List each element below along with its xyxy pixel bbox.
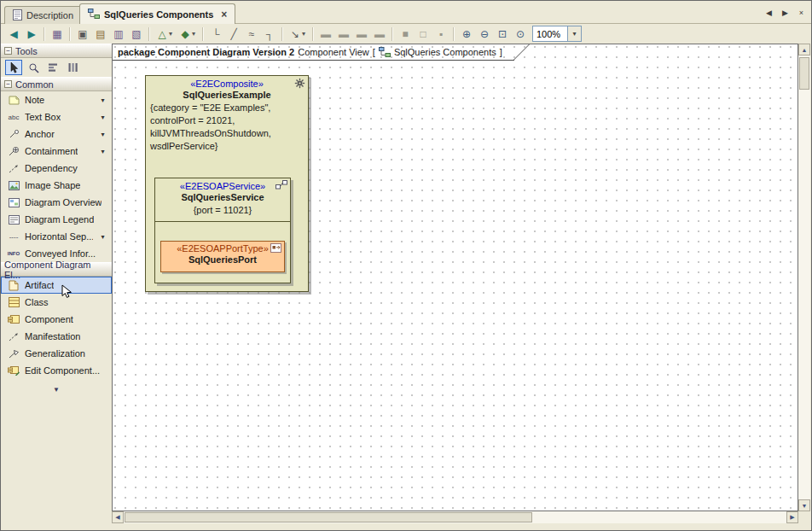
tagged-values: {port = 11021} (155, 204, 290, 217)
align-right-button[interactable]: ▬ (353, 26, 370, 43)
tab-description[interactable]: Description (4, 6, 82, 24)
palette-item-diagram-overview[interactable]: Diagram Overview (1, 194, 112, 211)
palette-item-text-box[interactable]: abc Text Box ▾ (1, 108, 112, 125)
collapse-icon[interactable]: − (4, 80, 12, 88)
palette-item-label: Edit Component... (25, 365, 100, 376)
frame-bracket-open: [ (373, 47, 375, 57)
palette-item-label: Text Box (25, 112, 61, 122)
line-style-corner-button[interactable]: ┐ (261, 26, 278, 43)
draw-shape-button[interactable]: △ (154, 26, 171, 43)
scrollbar-corner (798, 511, 810, 523)
palette-item-label: Diagram Overview (25, 197, 102, 207)
same-height-button[interactable]: □ (415, 26, 432, 43)
palette-item-anchor[interactable]: Anchor ▾ (1, 125, 112, 143)
dropdown-arrow-icon[interactable]: ▾ (97, 131, 108, 138)
palette-item-note[interactable]: Note ▾ (1, 91, 112, 108)
line-style-bezier-button[interactable]: ≈ (243, 26, 260, 43)
diagram-frame-header[interactable]: package Component Diagram Version 2 Comp… (113, 44, 514, 61)
palette-item-containment[interactable]: Containment ▾ (1, 143, 112, 160)
format-paste-button[interactable]: ▧ (128, 26, 145, 43)
tagged-values: {category = "E2E Examples", controlPort … (146, 102, 308, 153)
line-style-oblique-button[interactable]: ╱ (225, 26, 242, 43)
manifestation-icon (7, 332, 20, 341)
tab-list-close-button[interactable]: × (796, 7, 807, 18)
zoom-1-1-button[interactable]: ⊙ (512, 26, 529, 43)
align-center-button[interactable]: ▬ (335, 26, 352, 43)
palette-item-label: Anchor (25, 129, 55, 139)
zoom-out-button[interactable]: ⊖ (476, 26, 493, 43)
palette-item-label: Generalization (25, 348, 85, 359)
palette-section-component-diagram-elements[interactable]: Component Diagram El... (1, 262, 112, 277)
zoom-combobox[interactable]: 100% ▾ (532, 26, 582, 42)
scroll-right-button[interactable]: ▶ (786, 511, 798, 523)
same-width-button[interactable]: ■ (397, 26, 414, 43)
zoom-in-button[interactable]: ⊕ (458, 26, 475, 43)
toolbar-separator (44, 27, 45, 41)
dropdown-arrow-icon[interactable]: ▾ (97, 233, 108, 241)
palette-item-horizontal-separator[interactable]: ---- Horizontal Sep... ▾ (1, 228, 112, 245)
anchor-icon (7, 130, 20, 139)
zoom-dropdown-icon[interactable]: ▾ (567, 26, 581, 41)
tab-close-icon[interactable]: × (221, 9, 227, 20)
tab-scroll-left-button[interactable]: ◀ (763, 7, 774, 18)
vertical-scroll-thumb[interactable] (799, 57, 809, 90)
scroll-up-button[interactable]: ▲ (798, 44, 810, 55)
containment-icon (7, 147, 20, 156)
tab-scroll-right-button[interactable]: ▶ (780, 7, 791, 18)
distribute-shapes-tool-button[interactable] (64, 60, 81, 75)
palette-section-common[interactable]: − Common (1, 77, 112, 91)
diagram-canvas[interactable]: package Component Diagram Version 2 Comp… (112, 44, 798, 511)
forward-button[interactable]: ▶ (23, 26, 40, 43)
line-style-rectilinear-button[interactable]: └ (207, 26, 224, 43)
component-name-label: SqlQueriesService (155, 192, 290, 202)
collapse-icon[interactable]: − (4, 47, 12, 55)
tab-sqlqueries-components[interactable]: SqlQueries Components × (79, 3, 235, 24)
dropdown-arrow-icon[interactable]: ▾ (302, 30, 309, 38)
magnifier-tool-button[interactable] (25, 60, 42, 75)
same-size-button[interactable]: ▪ (432, 26, 450, 43)
palette-item-component[interactable]: Component (1, 311, 112, 328)
dropdown-arrow-icon[interactable]: ▾ (169, 30, 176, 38)
palette-item-label: Containment (25, 146, 78, 156)
palette-item-generalization[interactable]: Generalization (1, 345, 112, 362)
palette-item-image-shape[interactable]: Image Shape (1, 177, 112, 194)
component-sqlqueriesexample[interactable]: «E2EComposite» SqlQueriesExample {catego… (145, 75, 309, 292)
main-toolbar: ◀ ▶ ▦ ▣ ▤ ▥ ▧ △ ▾ ◆ ▾ └ ╱ ≈ ┐ ↘ ▾ ▬ ▬ ▬ … (1, 24, 811, 44)
copy-button[interactable]: ▣ (74, 26, 91, 43)
palette-item-class[interactable]: Class (1, 294, 112, 311)
palette-more-button[interactable]: ▼ (1, 383, 112, 396)
paste-button[interactable]: ▤ (92, 26, 109, 43)
palette-item-diagram-legend[interactable]: Diagram Legend (1, 211, 112, 228)
palette-item-label: Note (25, 95, 44, 105)
select-in-containment-tree-button[interactable]: ▦ (49, 26, 66, 43)
distribute-button[interactable]: ▬ (371, 26, 388, 43)
fit-in-window-button[interactable]: ⊡ (494, 26, 511, 43)
palette-item-manifestation[interactable]: Manifestation (1, 328, 112, 345)
generalization-icon (7, 349, 20, 359)
horizontal-scroll-thumb[interactable] (125, 512, 532, 522)
format-copy-button[interactable]: ▥ (110, 26, 127, 43)
scroll-down-button[interactable]: ▼ (798, 499, 810, 511)
toolbar-separator (148, 27, 150, 41)
vertical-scrollbar[interactable]: ▲ ▼ (798, 44, 810, 511)
component-sqlqueriesservice[interactable]: «E2ESOAPService» SqlQueriesService {port… (154, 178, 291, 283)
back-button[interactable]: ◀ (5, 26, 22, 43)
distribute-icon (67, 62, 78, 73)
dropdown-arrow-icon[interactable]: ▾ (97, 148, 108, 155)
draw-path-button[interactable]: ◆ (177, 26, 194, 43)
align-shapes-tool-button[interactable] (44, 60, 61, 75)
dropdown-arrow-icon[interactable]: ▾ (192, 30, 199, 38)
select-tool-button[interactable] (5, 60, 22, 75)
palette-item-edit-component[interactable]: Edit Component... (1, 362, 112, 379)
scroll-left-button[interactable]: ◀ (112, 511, 124, 523)
diagram-overview-icon (7, 198, 20, 207)
port-sqlqueriesport[interactable]: «E2ESOAPPortType» SqlQueriesPort (160, 241, 285, 272)
palette-section-tools[interactable]: − Tools (1, 44, 112, 58)
horizontal-scrollbar[interactable]: ◀ ▶ (112, 511, 798, 523)
palette-item-dependency[interactable]: Dependency (1, 160, 112, 177)
arrow-style-button[interactable]: ↘ (287, 26, 304, 43)
dropdown-arrow-icon[interactable]: ▾ (97, 96, 108, 104)
note-icon (7, 96, 20, 105)
align-left-button[interactable]: ▬ (317, 26, 334, 43)
dropdown-arrow-icon[interactable]: ▾ (97, 114, 108, 121)
